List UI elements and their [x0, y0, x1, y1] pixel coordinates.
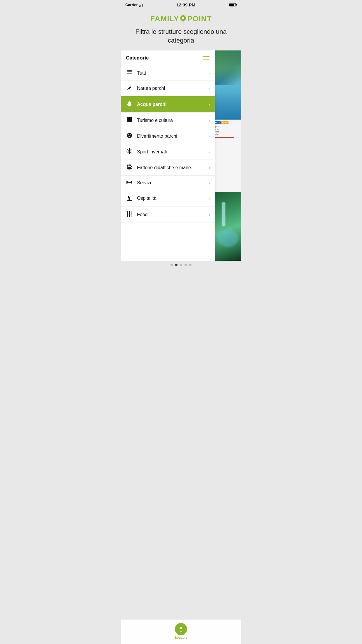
dot-1[interactable] — [171, 264, 173, 266]
status-bar: Carrier 12:39 PM — [121, 0, 241, 8]
agua-progress-bar — [213, 137, 234, 138]
category-label-acqua: Acqua parchi — [137, 102, 209, 107]
paws-icon — [125, 164, 133, 171]
pool-image-card — [211, 50, 242, 119]
chevron-icon-divertimento: › — [209, 134, 210, 139]
smiley-icon — [125, 132, 133, 140]
time-display: 12:39 PM — [176, 2, 195, 7]
category-label-servizi: Servizi — [137, 180, 209, 186]
battery-icon — [229, 3, 237, 6]
svg-point-13 — [130, 134, 131, 135]
hamburger-icon[interactable] — [203, 56, 210, 60]
dot-2[interactable] — [175, 264, 178, 266]
category-label-natura: Natura parchi — [137, 86, 209, 91]
svg-point-11 — [127, 133, 132, 138]
chevron-icon-sport: › — [209, 150, 210, 154]
logo-point: POINT — [187, 14, 212, 23]
bow-tie-icon — [125, 180, 133, 186]
svg-point-21 — [132, 151, 133, 152]
water-drop-icon — [125, 100, 133, 108]
page-title: Filtra le strutture scegliendo una categ… — [121, 27, 241, 50]
category-item-food[interactable]: Food › — [121, 206, 215, 223]
status-left: Carrier — [125, 3, 143, 7]
svg-rect-9 — [130, 117, 132, 122]
chevron-icon-fattorie: › — [209, 165, 210, 170]
main-content: Categorie — [121, 50, 241, 261]
panel-bottom-space — [121, 223, 215, 261]
category-item-fattorie[interactable]: Fattorie didattiche e mane... › — [121, 160, 215, 176]
svg-point-12 — [128, 134, 129, 135]
svg-point-18 — [129, 148, 130, 149]
book-icon — [125, 117, 133, 124]
pool-image — [211, 50, 242, 119]
svg-point-20 — [126, 151, 127, 152]
category-label-food: Food — [137, 212, 209, 217]
campfire-icon — [125, 194, 133, 202]
category-label-turismo: Turismo e cultura — [137, 118, 209, 123]
carrier-label: Carrier — [125, 3, 138, 7]
chevron-icon-acqua: › — [209, 102, 210, 107]
logo-container: FAMILY POINT — [121, 8, 241, 27]
dot-4[interactable] — [184, 264, 187, 266]
category-header: Categorie — [121, 50, 215, 66]
category-item-ospitalita[interactable]: Ospitalità › — [121, 190, 215, 206]
category-panel-title: Categorie — [126, 55, 149, 61]
chevron-icon-food: › — [209, 212, 210, 217]
logo-pin-icon — [180, 15, 186, 23]
category-item-turismo[interactable]: Turismo e cultura › — [121, 113, 215, 128]
category-item-sport[interactable]: Sport invernali › — [121, 144, 215, 160]
leaf-icon — [125, 85, 133, 92]
pagination-dots — [121, 261, 241, 268]
list-icon — [125, 70, 133, 76]
svg-rect-8 — [127, 117, 130, 122]
category-panel: Categorie — [121, 50, 215, 261]
waterfall-image-card — [211, 192, 242, 261]
chevron-icon-natura: › — [209, 86, 210, 91]
svg-point-25 — [131, 166, 132, 168]
category-item-acqua[interactable]: Acqua parchi › — [121, 96, 215, 113]
app-logo: FAMILY POINT — [150, 14, 212, 23]
agua-description: Ingressnon cocondizadulto — [213, 125, 240, 136]
dot-5[interactable] — [189, 264, 191, 266]
svg-rect-5 — [128, 71, 132, 72]
agua-logo-yellow: PARK — [221, 121, 229, 124]
svg-point-26 — [129, 182, 130, 183]
category-item-servizi[interactable]: Servizi › — [121, 176, 215, 190]
category-label-ospitalita: Ospitalità — [137, 196, 209, 201]
category-item-natura[interactable]: Natura parchi › — [121, 80, 215, 96]
svg-rect-4 — [127, 71, 128, 72]
svg-point-24 — [130, 165, 131, 167]
right-panel: AGUA PARK Ingressnon cocondizadulto — [211, 50, 242, 261]
dot-3[interactable] — [180, 264, 182, 266]
chevron-icon-turismo: › — [209, 118, 210, 123]
svg-point-22 — [127, 165, 129, 167]
category-label-fattorie: Fattorie didattiche e mane... — [137, 165, 209, 170]
chevron-icon-tutti: › — [209, 71, 210, 76]
category-label-tutti: Tutti — [137, 71, 209, 76]
logo-family: FAMILY — [150, 14, 179, 23]
snowflake-icon — [125, 148, 133, 155]
svg-rect-3 — [128, 70, 132, 71]
svg-rect-7 — [128, 73, 132, 74]
chevron-icon-ospitalita: › — [209, 196, 210, 201]
category-label-sport: Sport invernali — [137, 149, 209, 155]
food-icon — [125, 211, 133, 218]
category-item-tutti[interactable]: Tutti › — [121, 66, 215, 80]
chevron-icon-servizi: › — [209, 181, 210, 185]
svg-rect-6 — [127, 73, 128, 74]
category-item-divertimento[interactable]: Divertimento parchi › — [121, 128, 215, 144]
waterfall-image — [211, 192, 242, 261]
category-label-divertimento: Divertimento parchi — [137, 134, 209, 139]
agua-info-card: AGUA PARK Ingressnon cocondizadulto — [211, 120, 242, 192]
svg-point-19 — [129, 153, 130, 154]
svg-point-23 — [129, 164, 130, 166]
agua-logo: AGUA PARK — [213, 121, 240, 124]
svg-rect-2 — [127, 70, 128, 71]
wifi-icon — [139, 3, 143, 7]
